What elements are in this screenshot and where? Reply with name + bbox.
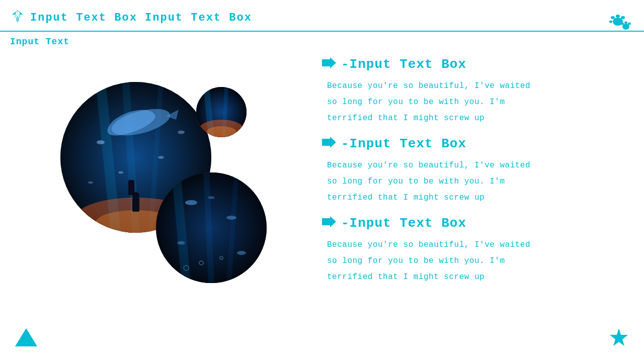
svg-point-16	[88, 182, 93, 184]
svg-point-8	[624, 22, 627, 24]
svg-point-15	[178, 131, 185, 134]
svg-point-5	[609, 21, 612, 23]
header: Input Text Box Input Text Box	[0, 0, 644, 32]
arrow-icon-3	[322, 216, 336, 231]
svg-marker-33	[322, 57, 336, 68]
svg-point-26	[208, 196, 215, 199]
svg-marker-36	[15, 328, 37, 346]
top-right-paw-icons	[604, 8, 631, 33]
arrow-icon-1	[322, 57, 336, 72]
svg-point-4	[621, 16, 625, 19]
svg-point-14	[118, 171, 123, 174]
svg-point-25	[237, 251, 246, 255]
svg-marker-34	[322, 137, 336, 148]
circle-medium	[156, 172, 267, 283]
section-2: -Input Text Box Because you're so beauti…	[322, 136, 624, 206]
svg-point-9	[628, 23, 631, 25]
svg-marker-35	[322, 216, 336, 227]
svg-point-0	[16, 16, 19, 22]
svg-rect-19	[132, 198, 139, 212]
left-image-area	[0, 52, 312, 362]
circle-small	[196, 87, 247, 137]
arrow-icon-2	[322, 137, 336, 151]
circles-container	[0, 52, 312, 343]
section-2-heading: -Input Text Box	[341, 136, 466, 151]
section-3: -Input Text Box Because you're so beauti…	[322, 216, 624, 285]
circle-small-inner	[196, 87, 247, 137]
right-text-area: -Input Text Box Because you're so beauti…	[312, 52, 644, 362]
svg-point-20	[132, 192, 139, 199]
svg-point-12	[97, 140, 105, 144]
section-3-body: Because you're so beautiful, I've waited…	[322, 237, 624, 285]
up-chevron-icon	[15, 327, 38, 353]
svg-point-7	[621, 23, 624, 25]
main-content: -Input Text Box Because you're so beauti…	[0, 52, 644, 362]
header-title: Input Text Box Input Text Box	[30, 12, 252, 24]
svg-point-2	[611, 16, 615, 19]
svg-point-13	[158, 156, 164, 159]
svg-point-23	[226, 216, 236, 220]
circle-medium-inner	[156, 172, 267, 283]
svg-point-24	[177, 241, 185, 245]
section-3-heading: -Input Text Box	[341, 216, 466, 231]
section-2-title-row: -Input Text Box	[322, 136, 624, 151]
svg-point-6	[622, 24, 629, 30]
lotus-icon	[10, 9, 25, 27]
section-1: -Input Text Box Because you're so beauti…	[322, 57, 624, 126]
svg-marker-37	[610, 328, 628, 346]
section-2-body: Because you're so beautiful, I've waited…	[322, 157, 624, 206]
section-3-title-row: -Input Text Box	[322, 216, 624, 231]
section-1-heading: -Input Text Box	[341, 57, 466, 72]
section-1-body: Because you're so beautiful, I've waited…	[322, 78, 624, 126]
subtitle: Input Text	[0, 32, 644, 52]
svg-point-22	[185, 200, 197, 205]
paw-icon	[604, 8, 631, 33]
svg-point-3	[616, 15, 620, 18]
star-icon	[609, 327, 629, 353]
section-1-title-row: -Input Text Box	[322, 57, 624, 72]
